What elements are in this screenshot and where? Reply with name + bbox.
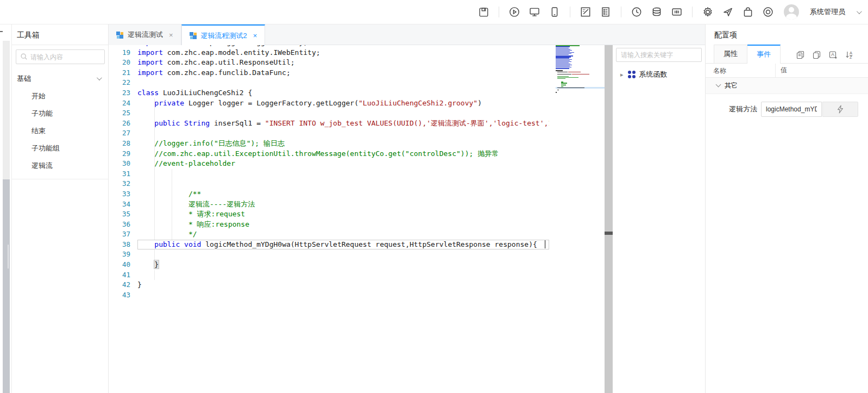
sidebar-collapse-handle[interactable]	[0, 31, 3, 32]
line-number: 30	[109, 159, 130, 169]
logic-method-input[interactable]	[761, 102, 822, 117]
app-market-icon[interactable]	[741, 5, 754, 18]
code-line[interactable]: 29 //com.zhc.eap.util.ExceptionUtil.thro…	[109, 149, 605, 159]
indent-guide	[172, 199, 172, 210]
indent-guide	[172, 179, 172, 189]
toolbox-sidebar: 工具箱 基础 开始 子功能 结束 子功能组 逻辑流	[12, 24, 109, 393]
code-line[interactable]: 30 //event-placeholder	[109, 159, 605, 169]
line-number: 43	[109, 290, 130, 301]
user-name[interactable]: 系统管理员	[810, 7, 845, 17]
code-line-content	[137, 169, 549, 179]
line-number: 27	[109, 128, 130, 139]
code-line[interactable]: 21import com.zhc.eap.funclib.DataFunc;	[109, 68, 605, 78]
code-line[interactable]: 35 * 请求:request	[109, 209, 605, 220]
page-outline-icon[interactable]	[599, 5, 612, 18]
toolbar-separator	[499, 7, 499, 17]
line-number: 26	[109, 118, 130, 129]
code-line[interactable]: 27	[109, 128, 605, 139]
sort-icon[interactable]: AZ	[845, 50, 854, 59]
toolbox-item-subfunction-group[interactable]: 子功能组	[12, 140, 108, 157]
editor-panel-splitter[interactable]	[605, 45, 613, 393]
toolbox-item-start[interactable]: 开始	[12, 88, 108, 105]
indent-guide	[154, 249, 155, 260]
code-line[interactable]: 39	[109, 249, 605, 260]
code-line[interactable]: 22	[109, 78, 605, 88]
tree-item-system-functions[interactable]: ▸ 系统函数	[613, 67, 705, 82]
code-line[interactable]: 34 逻辑流----逻辑方法	[109, 199, 605, 210]
toolbox-group-basic[interactable]: 基础	[12, 70, 108, 88]
chevron-down-icon	[97, 75, 102, 80]
code-line[interactable]: 28 //logger.info("日志信息"); 输日志	[109, 139, 605, 149]
column-value: 值	[776, 66, 787, 75]
copy-style-icon[interactable]	[796, 50, 805, 59]
code-line[interactable]: 41	[109, 270, 605, 280]
config-tool-icons: A AZ	[796, 50, 854, 59]
history-icon[interactable]	[630, 5, 643, 18]
code-line[interactable]: 19import com.zhc.eap.model.entity.IWebEn…	[109, 48, 605, 58]
code-line-content: //com.zhc.eap.util.ExceptionUtil.throwMe…	[137, 149, 549, 159]
tab-events[interactable]: 事件	[747, 45, 781, 64]
toolbox-item-list: 开始 子功能 结束 子功能组 逻辑流	[12, 88, 108, 179]
line-number: 29	[109, 149, 130, 159]
duplicate-icon[interactable]	[812, 50, 821, 59]
form-designer-icon[interactable]	[579, 5, 592, 18]
toolbox-item-subfunction[interactable]: 子功能	[12, 105, 108, 122]
save-icon[interactable]	[477, 5, 490, 18]
indent-guide	[154, 199, 155, 210]
editor-minimap[interactable]	[556, 45, 605, 393]
tab-logic-flow-test2[interactable]: 逻辑流程测试2 ×	[181, 24, 266, 46]
desktop-preview-icon[interactable]	[528, 5, 541, 18]
code-line[interactable]: 25	[109, 108, 605, 118]
run-icon[interactable]	[508, 5, 521, 18]
code-line[interactable]: 23class LuoJiLiuChengCeShi2 {	[109, 88, 605, 98]
tab-properties[interactable]: 属性	[714, 45, 747, 63]
code-line-content: 逻辑流----逻辑方法	[137, 199, 549, 210]
code-line[interactable]: 36 * 响应:response	[109, 220, 605, 230]
close-icon[interactable]: ×	[253, 32, 257, 39]
left-scroll-thumb[interactable]	[3, 179, 10, 393]
code-line[interactable]: 24 private Logger logger = LoggerFactory…	[109, 98, 605, 109]
tree-expander-icon[interactable]: ▸	[620, 71, 624, 78]
indent-guide	[154, 209, 155, 220]
splitter-handle[interactable]	[605, 232, 613, 235]
tab-logic-flow-test[interactable]: 逻辑流测试 ×	[109, 24, 181, 45]
code-line[interactable]: 38 public void logicMethod_mYDgH0wa(Http…	[109, 240, 605, 250]
mobile-preview-icon[interactable]	[548, 5, 561, 18]
indent-guide	[154, 159, 155, 169]
code-line[interactable]: 33 /**	[109, 189, 605, 199]
settings-icon[interactable]	[701, 5, 714, 18]
code-editor[interactable]: import com.zhc.eap.logger.LoggerFactory;…	[109, 45, 605, 393]
toolbox-item-end[interactable]: 结束	[12, 122, 108, 140]
chevron-down-icon[interactable]	[857, 9, 862, 14]
code-line[interactable]: 40 }	[109, 260, 605, 270]
add-attribute-icon[interactable]: A	[828, 50, 838, 59]
left-scroll-mark	[8, 245, 9, 269]
functions-search-input[interactable]	[616, 48, 702, 62]
indent-guide	[172, 169, 172, 179]
customer-service-icon[interactable]	[762, 5, 775, 18]
code-line[interactable]: 31	[109, 169, 605, 179]
code-line[interactable]: 42}	[109, 280, 605, 290]
code-line[interactable]: 20import com.zhc.eap.util.ResponseUtil;	[109, 58, 605, 68]
left-edge-panel	[0, 24, 12, 393]
indent-guide	[172, 209, 172, 220]
toolbox-item-logic-flow[interactable]: 逻辑流	[12, 157, 108, 174]
user-avatar[interactable]	[784, 4, 799, 20]
code-line[interactable]: 26 public String inserSql1 = "INSERT INT…	[109, 118, 605, 129]
toolbox-search-input[interactable]	[16, 49, 105, 64]
config-group-other[interactable]: 其它	[706, 78, 868, 94]
functions-panel: ▸ 系统函数	[613, 45, 705, 393]
line-number: 32	[109, 179, 130, 189]
indent-guide	[154, 118, 155, 129]
search-icon	[20, 53, 28, 60]
ratio-1-1-icon[interactable]	[670, 5, 683, 18]
code-line[interactable]: 32	[109, 179, 605, 189]
tree-item-label: 系统函数	[639, 70, 668, 79]
code-line-content: }	[137, 280, 549, 290]
publish-icon[interactable]	[721, 5, 734, 18]
logic-method-flash-button[interactable]	[822, 102, 858, 117]
code-line[interactable]: 37 */	[109, 229, 605, 240]
database-icon[interactable]	[650, 5, 663, 18]
code-line[interactable]: 43	[109, 290, 605, 301]
close-icon[interactable]: ×	[169, 32, 173, 39]
